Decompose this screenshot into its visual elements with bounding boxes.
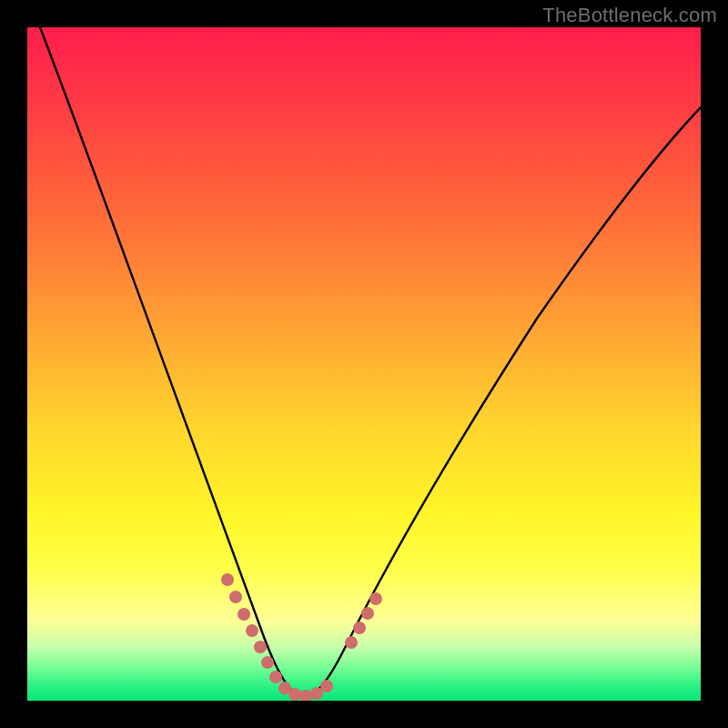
chart-frame: TheBottleneck.com — [0, 0, 728, 728]
svg-point-4 — [254, 641, 267, 653]
highlight-left-dots — [221, 573, 274, 669]
watermark-text: TheBottleneck.com — [542, 4, 717, 27]
svg-point-8 — [288, 688, 301, 701]
highlight-bottom-dots — [269, 671, 333, 701]
svg-point-5 — [261, 656, 274, 669]
svg-point-14 — [361, 607, 374, 620]
highlight-right-dots — [345, 592, 382, 649]
plot-area — [27, 27, 701, 701]
svg-point-12 — [345, 636, 358, 649]
svg-point-11 — [320, 680, 333, 693]
svg-point-6 — [269, 671, 282, 683]
svg-point-2 — [238, 608, 250, 621]
svg-point-9 — [299, 690, 312, 701]
curve-layer — [27, 27, 701, 701]
svg-point-0 — [221, 573, 234, 586]
svg-point-1 — [229, 591, 242, 603]
svg-point-15 — [369, 592, 382, 605]
svg-point-3 — [246, 624, 258, 637]
svg-point-13 — [353, 622, 366, 634]
